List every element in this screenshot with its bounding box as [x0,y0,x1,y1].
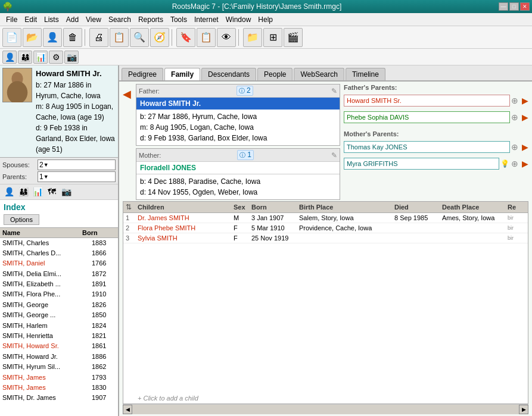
gp2-arrow[interactable]: ▶ [522,112,528,122]
chart-icon-btn[interactable]: 📊 [33,51,48,64]
gp1-arrow[interactable]: ▶ [522,96,528,105]
hscroll-track[interactable] [132,405,519,414]
family-icon-btn[interactable]: 👨‍👩‍👦 [18,51,32,64]
sort-icon[interactable]: ⇅ [126,203,138,211]
children-body: 1 Dr. James SMITH M 3 Jan 1907 Salem, St… [123,213,528,393]
tab-pedigree[interactable]: Pedigree [122,68,163,80]
tab-timeline[interactable]: Timeline [346,68,385,80]
settings-icon-btn[interactable]: ⚙ [49,51,63,64]
index-row[interactable]: SMITH, Daniel1766 [0,258,118,268]
menu-add[interactable]: Add [63,14,82,25]
gp2-add-icon[interactable]: ⊕ [511,112,521,122]
horizontal-scrollbar[interactable]: ◀ ▶ [123,404,528,414]
menu-search[interactable]: Search [105,14,135,25]
menu-tools[interactable]: Tools [167,14,191,25]
menu-window[interactable]: Window [222,14,255,25]
gp1-add-icon[interactable]: ⊕ [511,96,521,105]
child-row[interactable]: 3 Sylvia SMITH F 25 Nov 1919 bir [123,233,528,243]
gp3-name[interactable]: Thomas Kay JONES [344,141,510,153]
view-button[interactable]: 👁 [217,28,236,47]
index-row[interactable]: SMITH, Henrietta1821 [0,331,118,341]
index-row[interactable]: SMITH, George1826 [0,300,118,310]
gp2-name[interactable]: Phebe Sophia DAVIS [344,111,510,123]
person-icon-btn[interactable]: 👤 [2,51,17,64]
child-name: Flora Phebe SMITH [138,224,234,232]
index-row[interactable]: SMITH, Delia Elmi...1872 [0,269,118,279]
qi-family[interactable]: 👨‍👩‍👦 [17,186,30,198]
qi-map[interactable]: 🗺 [45,186,58,198]
split-button[interactable]: ⊞ [263,28,282,47]
nav-button[interactable]: 🧭 [150,28,169,47]
index-row[interactable]: SMITH, Hyrum Sil...1862 [0,362,118,372]
menu-internet[interactable]: Internet [191,14,222,25]
father-info-icon[interactable]: ⓘ 2 [237,86,253,96]
spouses-label: Spouses: [2,161,35,168]
gp4-arrow[interactable]: ▶ [522,159,528,168]
tab-websearch[interactable]: WebSearch [294,68,344,80]
gp3-arrow[interactable]: ▶ [522,142,528,152]
restore-button[interactable]: □ [509,2,519,11]
qi-chart[interactable]: 📊 [31,186,44,198]
index-row[interactable]: SMITH, Howard Sr.1861 [0,341,118,351]
tab-people[interactable]: People [257,68,293,80]
menu-reports[interactable]: Reports [135,14,167,25]
new-button[interactable]: 📄 [2,28,21,47]
open-button[interactable]: 📂 [23,28,42,47]
index-row[interactable]: SMITH, James1830 [0,383,118,393]
child-born: 5 Mar 1910 [251,224,299,232]
index-row[interactable]: SMITH, Elizabeth ...1891 [0,279,118,289]
index-row[interactable]: SMITH, Flora Phe...1910 [0,289,118,299]
gp3-add-icon[interactable]: ⊕ [511,142,521,152]
menu-lists[interactable]: Lists [41,14,63,25]
qi-person[interactable]: 👤 [2,186,15,198]
menu-help[interactable]: Help [254,14,276,25]
list-button[interactable]: 📋 [197,28,216,47]
menu-view[interactable]: View [82,14,105,25]
index-row[interactable]: SMITH, Charles D...1866 [0,248,118,258]
back-arrow[interactable]: ◀ [123,87,131,101]
parents-dropdown[interactable]: 1 ▼ [38,171,116,182]
spouses-dropdown[interactable]: 2 ▼ [38,159,116,170]
menu-file[interactable]: File [2,14,21,25]
index-row[interactable]: SMITH, James1793 [0,373,118,383]
menu-edit[interactable]: Edit [21,14,41,25]
gp4-add-icon[interactable]: ⊕ [511,159,521,168]
index-row[interactable]: SMITH, Howard Jr.1886 [0,352,118,362]
index-list[interactable]: SMITH, Charles1883SMITH, Charles D...186… [0,238,118,417]
gp4-bulb-icon[interactable]: 💡 [500,159,510,168]
search-button[interactable]: 🔍 [130,28,149,47]
bookmark-button[interactable]: 🔖 [176,28,195,47]
child-row[interactable]: 1 Dr. James SMITH M 3 Jan 1907 Salem, St… [123,213,528,223]
close-button[interactable]: ✕ [520,2,530,11]
media-button[interactable]: 🎬 [284,28,303,47]
print-button[interactable]: 🖨 [89,28,108,47]
tab-family[interactable]: Family [164,68,200,80]
hscroll-right[interactable]: ▶ [519,405,528,414]
mother-info-icon[interactable]: ⓘ 1 [237,150,253,160]
father-edit-icon[interactable]: ✎ [331,87,337,95]
folder-button[interactable]: 📁 [243,28,262,47]
child-row[interactable]: 2 Flora Phebe SMITH F 5 Mar 1910 Provide… [123,223,528,233]
tab-descendants[interactable]: Descendants [201,68,256,80]
delete-button[interactable]: 🗑 [63,28,82,47]
add-person-button[interactable]: 👤 [43,28,62,47]
gp4-name[interactable]: Myra GRIFFITHS [344,158,499,170]
index-row[interactable]: SMITH, Charles1883 [0,238,118,248]
index-row[interactable]: SMITH, Dr. James1907 [0,393,118,403]
publish-button[interactable]: 📋 [110,28,129,47]
add-child-row[interactable]: + Click to add a child [123,393,528,404]
gp1-name[interactable]: Howard SMITH Sr. [344,95,510,107]
index-person-born: 1891 [92,280,116,289]
father-name[interactable]: Howard SMITH Jr. [136,98,340,110]
mother-name[interactable]: Floradell JONES [136,162,340,174]
qi-camera[interactable]: 📷 [60,186,73,198]
index-row[interactable]: SMITH, Harlem1824 [0,321,118,331]
index-row[interactable]: SMITH, George ...1850 [0,310,118,320]
camera-icon-btn[interactable]: 📷 [64,51,79,64]
child-born: 3 Jan 1907 [251,214,299,221]
options-button[interactable]: Options [4,214,39,225]
hscroll-left[interactable]: ◀ [123,405,132,414]
minimize-button[interactable]: — [499,2,508,11]
family-top: ◀ Father: ⓘ 2 ✎ Howard SMITH Jr. b: 27 M… [119,82,532,201]
mother-edit-icon[interactable]: ✎ [331,151,337,159]
